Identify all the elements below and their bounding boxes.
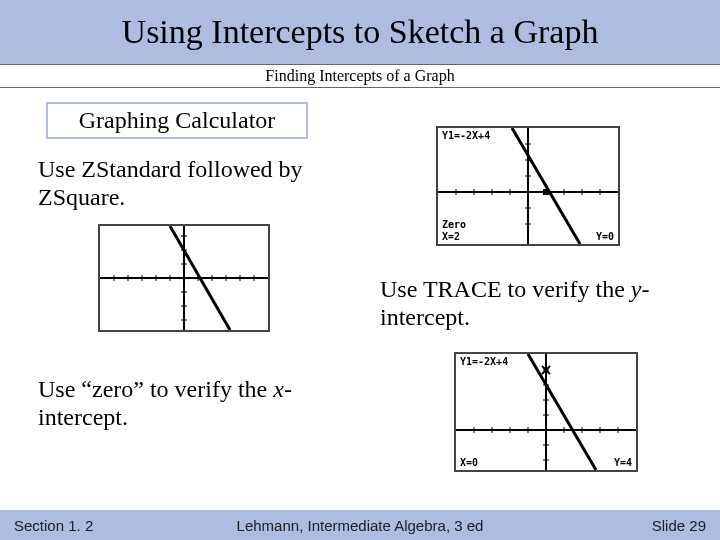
calc2-zero-label: Zero — [442, 219, 466, 230]
calculator-plot-1 — [98, 224, 270, 332]
title-bar: Using Intercepts to Sketch a Graph — [0, 0, 720, 64]
footer-book: Lehmann, Intermediate Algebra, 3 ed — [0, 517, 720, 534]
subtitle-bar: Finding Intercepts of a Graph — [0, 64, 720, 88]
text-zstandard: Use ZStandard followed by ZSquare. — [38, 156, 338, 211]
page-title: Using Intercepts to Sketch a Graph — [122, 13, 599, 51]
calc3-title: Y1=-2X+4 — [460, 356, 508, 367]
calc2-title: Y1=-2X+4 — [442, 130, 490, 141]
plot-icon — [456, 354, 636, 470]
text-zero: Use “zero” to verify the x-intercept. — [38, 376, 338, 431]
section-label: Graphing Calculator — [46, 102, 308, 139]
calc2-y-readout: Y=0 — [596, 231, 614, 242]
text-trace: Use TRACE to verify the y-intercept. — [380, 276, 680, 331]
text-trace-pre: Use TRACE to verify the — [380, 276, 631, 302]
plot-icon — [100, 226, 268, 330]
text-zero-var: x — [273, 376, 284, 402]
subtitle-text: Finding Intercepts of a Graph — [265, 67, 454, 84]
text-trace-var: y — [631, 276, 642, 302]
footer-slide-number: Slide 29 — [652, 517, 706, 534]
svg-rect-35 — [543, 189, 549, 195]
text-zero-pre: Use “zero” to verify the — [38, 376, 273, 402]
footer-section: Section 1. 2 — [14, 517, 93, 534]
svg-line-52 — [528, 354, 596, 470]
calc3-y-readout: Y=4 — [614, 457, 632, 468]
svg-line-34 — [512, 128, 580, 244]
calculator-plot-3: Y1=-2X+4 X=0 Y=4 — [454, 352, 638, 472]
calc2-x-readout: X=2 — [442, 231, 460, 242]
footer-bar: Section 1. 2 Lehmann, Intermediate Algeb… — [0, 510, 720, 540]
calculator-plot-2: Y1=-2X+4 Zero X=2 Y=0 — [436, 126, 620, 246]
calc3-x-readout: X=0 — [460, 457, 478, 468]
